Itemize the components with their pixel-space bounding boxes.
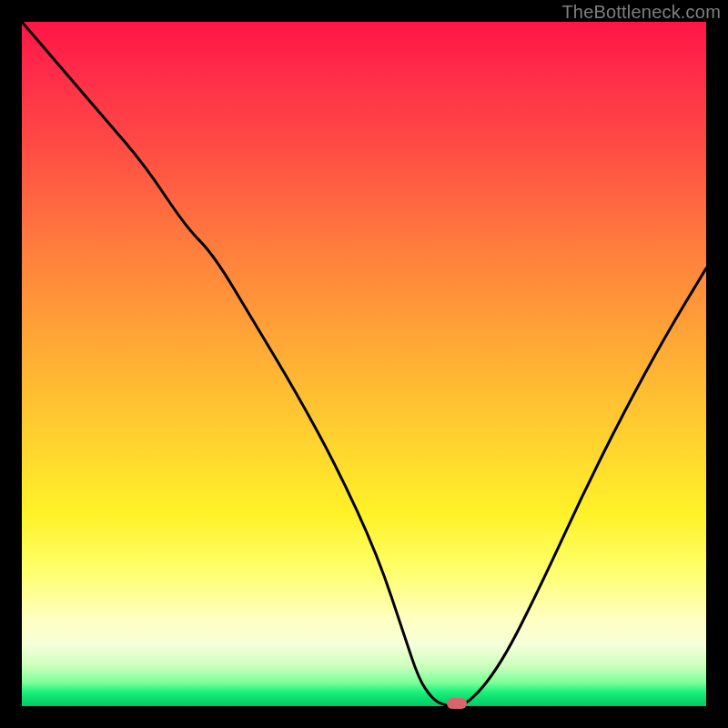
attribution-text: TheBottleneck.com xyxy=(561,2,721,23)
optimum-marker xyxy=(447,698,467,709)
chart-frame: TheBottleneck.com xyxy=(0,0,728,728)
bottleneck-curve xyxy=(22,22,706,706)
plot-area xyxy=(22,22,706,706)
